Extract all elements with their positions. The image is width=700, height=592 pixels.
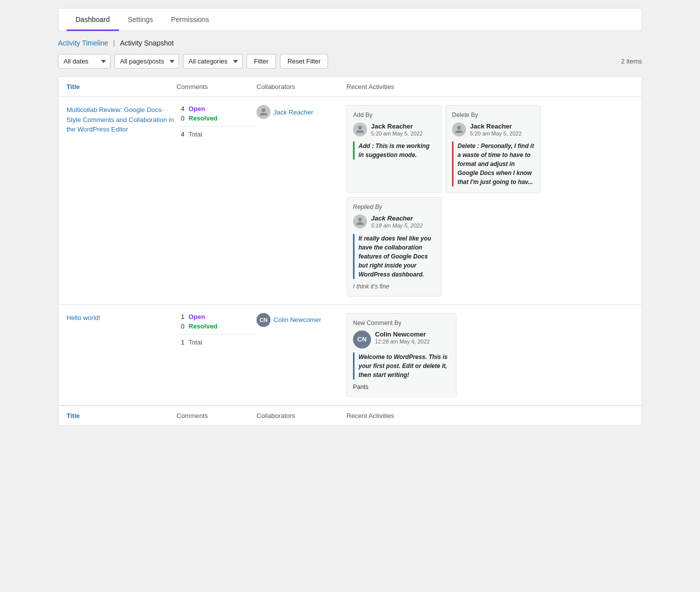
activity-avatar (452, 122, 466, 136)
activity-user-time: 12:28 am May 4, 2022 (375, 338, 430, 346)
table-row: Multicollab Review: Google Docs-Style Co… (58, 97, 642, 305)
open-count: 4 (176, 105, 184, 112)
resolved-label: Resolved (188, 114, 218, 122)
avatar (256, 105, 270, 119)
activity-content: It really does feel like you have the co… (353, 234, 435, 279)
header-title: Title (66, 83, 176, 90)
filter-button[interactable]: Filter (246, 54, 276, 68)
total-count: 4 (176, 130, 184, 138)
activity-user-name: Jack Reacher (371, 214, 422, 222)
open-label: Open (188, 105, 205, 112)
top-nav: Dashboard Settings Permissions (58, 8, 642, 31)
activity-user-info: Colin Newcomer 12:28 am May 4, 2022 (375, 330, 430, 346)
activity-card: New Comment By CN Colin Newcomer 12:28 a… (346, 313, 456, 397)
activity-content: Delete : Personally, I find it a waste o… (452, 142, 534, 186)
breadcrumb-separator: | (113, 39, 115, 47)
tab-dashboard[interactable]: Dashboard (66, 8, 119, 31)
tab-settings[interactable]: Settings (119, 8, 162, 31)
breadcrumb-current: Activity Snapshot (120, 39, 174, 47)
resolved-count: 0 (176, 114, 184, 122)
table-row: Hello world! 1 Open 0 Resolved 1 Total (58, 305, 642, 406)
breadcrumb-link[interactable]: Activity Timeline (58, 39, 108, 47)
activity-footer: Pants (353, 384, 450, 390)
activity-avatar (353, 122, 367, 136)
activity-footer: I think it's fine (353, 283, 435, 290)
comments-col: 1 Open 0 Resolved 1 Total (176, 313, 256, 346)
activity-user: CN Colin Newcomer 12:28 am May 4, 2022 (353, 330, 450, 348)
table-footer: Title Comments Collaborators Recent Acti… (58, 406, 642, 426)
post-title-link[interactable]: Hello world! (66, 314, 100, 322)
breadcrumb: Activity Timeline | Activity Snapshot (58, 39, 642, 47)
dates-filter[interactable]: All dates Today This week This month (58, 54, 110, 68)
activity-type: New Comment By (353, 320, 450, 326)
activity-user-info: Jack Reacher 5:18 am May 5, 2022 (371, 214, 422, 230)
collaborator-name[interactable]: Colin Newcomer (274, 316, 321, 324)
activity-type: Add By (353, 112, 435, 118)
open-label: Open (188, 313, 205, 320)
tab-permissions[interactable]: Permissions (162, 8, 218, 31)
header-recent: Recent Activities (346, 83, 634, 90)
comments-col: 4 Open 0 Resolved 4 Total (176, 105, 256, 138)
activity-user: Jack Reacher 5:18 am May 5, 2022 (353, 214, 435, 230)
collaborators-col: CN Colin Newcomer (256, 313, 346, 327)
collaborators-col: Jack Reacher (256, 105, 346, 119)
collaborator-name[interactable]: Jack Reacher (274, 108, 313, 116)
activity-user-time: 5:18 am May 5, 2022 (371, 222, 422, 230)
comment-open-stat: 1 Open (176, 313, 256, 320)
footer-collaborators: Collaborators (256, 412, 346, 420)
total-label: Total (188, 338, 202, 346)
total-label: Total (188, 130, 202, 138)
activity-user-name: Colin Newcomer (375, 330, 430, 338)
activity-type: Delete By (452, 112, 534, 118)
activity-content: Add : This is me working in suggestion m… (353, 142, 435, 160)
footer-comments: Comments (176, 412, 256, 420)
comment-total-stat: 4 Total (176, 130, 256, 138)
pages-filter[interactable]: All pages/posts Pages Posts (114, 54, 179, 68)
comment-total-stat: 1 Total (176, 338, 256, 346)
comment-resolved-stat: 0 Resolved (176, 114, 256, 122)
activities-col: New Comment By CN Colin Newcomer 12:28 a… (346, 313, 634, 397)
items-count: 2 items (621, 58, 642, 65)
activity-user-time: 5:20 am May 5, 2022 (470, 130, 522, 138)
categories-filter[interactable]: All categories (183, 54, 242, 68)
activity-card: Add By Jack Reacher 5:20 am May 5, 2022 … (346, 105, 442, 193)
post-title-col: Multicollab Review: Google Docs-Style Co… (66, 105, 176, 134)
activity-avatar: CN (353, 330, 371, 348)
activity-avatar (353, 214, 367, 228)
comment-resolved-stat: 0 Resolved (176, 322, 256, 330)
resolved-label: Resolved (188, 322, 218, 330)
comment-open-stat: 4 Open (176, 105, 256, 112)
footer-recent: Recent Activities (346, 412, 634, 420)
activity-user: Jack Reacher 5:20 am May 5, 2022 (353, 122, 435, 138)
open-count: 1 (176, 313, 184, 320)
total-count: 1 (176, 338, 184, 346)
activity-user-name: Jack Reacher (470, 122, 522, 130)
activity-card: Delete By Jack Reacher 5:20 am May 5, 20… (446, 105, 540, 193)
activity-card: Replied By Jack Reacher 5:18 am May 5, 2… (346, 197, 442, 296)
resolved-count: 0 (176, 322, 184, 330)
header-comments: Comments (176, 83, 256, 90)
activity-user: Jack Reacher 5:20 am May 5, 2022 (452, 122, 534, 138)
table-header: Title Comments Collaborators Recent Acti… (58, 77, 642, 97)
header-collaborators: Collaborators (256, 83, 346, 90)
activity-type: Replied By (353, 204, 435, 210)
main-table: Title Comments Collaborators Recent Acti… (58, 76, 642, 426)
activity-user-info: Jack Reacher 5:20 am May 5, 2022 (470, 122, 522, 138)
post-title-col: Hello world! (66, 313, 176, 323)
activities-col: Add By Jack Reacher 5:20 am May 5, 2022 … (346, 105, 634, 296)
filter-bar: All dates Today This week This month All… (58, 54, 642, 68)
activity-user-info: Jack Reacher 5:20 am May 5, 2022 (371, 122, 422, 138)
activity-user-time: 5:20 am May 5, 2022 (371, 130, 422, 138)
avatar: CN (256, 313, 270, 327)
activity-content: Welcome to WordPress. This is your first… (353, 352, 450, 380)
activity-user-name: Jack Reacher (371, 122, 422, 130)
post-title-link[interactable]: Multicollab Review: Google Docs-Style Co… (66, 106, 174, 133)
footer-title: Title (66, 412, 176, 420)
reset-filter-button[interactable]: Reset Filter (280, 54, 328, 68)
